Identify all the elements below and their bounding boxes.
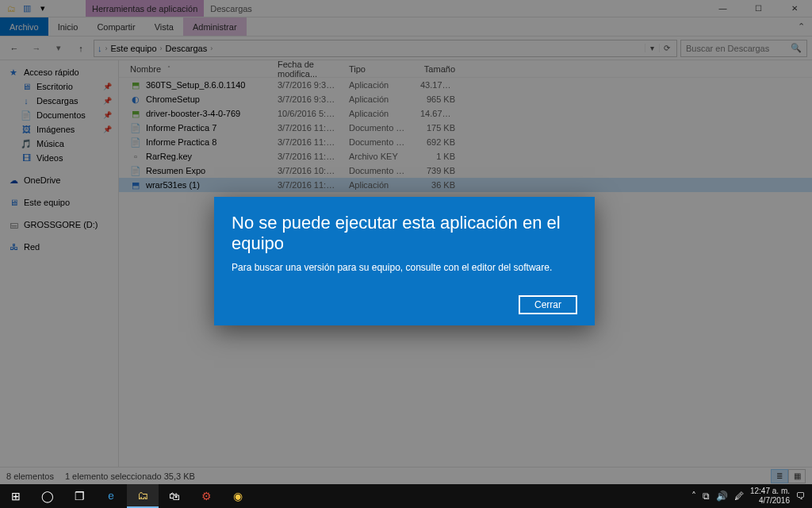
edge-icon[interactable]: ｅ (95, 484, 127, 508)
taskview-button[interactable]: ❐ (63, 484, 95, 508)
dialog-close-button[interactable]: Cerrar (519, 295, 577, 314)
taskbar-clock[interactable]: 12:47 a. m. 4/7/2016 (750, 487, 790, 506)
dialog-title: No se puede ejecutar esta aplicación en … (232, 213, 577, 254)
explorer-icon[interactable]: 🗂 (127, 484, 159, 508)
tray-overflow-icon[interactable]: ˄ (691, 491, 696, 502)
store-icon[interactable]: 🛍 (159, 484, 190, 508)
tray-network-icon[interactable]: ⧉ (703, 491, 710, 502)
tray-input-icon[interactable]: 🖉 (734, 491, 744, 502)
start-button[interactable]: ⊞ (0, 484, 32, 508)
tray-volume-icon[interactable]: 🔊 (716, 491, 728, 502)
action-center-icon[interactable]: 🗨 (796, 491, 806, 502)
settings-icon[interactable]: ⚙ (190, 484, 222, 508)
chrome-icon[interactable]: ◉ (222, 484, 254, 508)
error-dialog: No se puede ejecutar esta aplicación en … (214, 197, 595, 325)
system-tray: ˄ ⧉ 🔊 🖉 12:47 a. m. 4/7/2016 🗨 (685, 484, 812, 508)
taskbar: ⊞ ◯ ❐ ｅ🗂🛍⚙◉ ˄ ⧉ 🔊 🖉 12:47 a. m. 4/7/2016… (0, 484, 812, 508)
search-button[interactable]: ◯ (32, 484, 63, 508)
dialog-body: Para buscar una versión para su equipo, … (232, 262, 577, 273)
